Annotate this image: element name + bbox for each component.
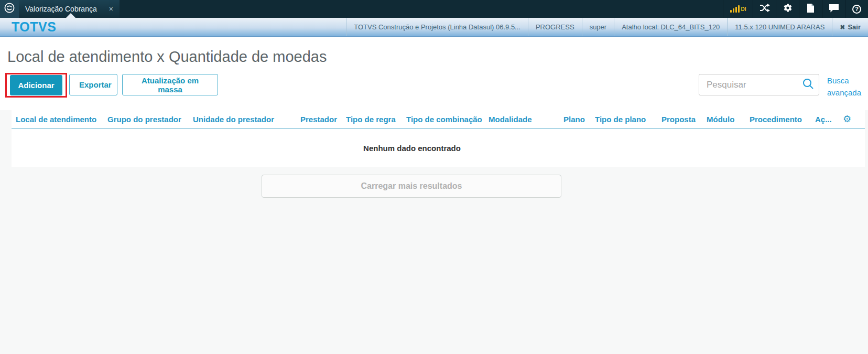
logout-x-icon: ✖ xyxy=(840,24,845,31)
search-input[interactable] xyxy=(699,80,798,90)
database-label: PROGRESS xyxy=(528,18,582,36)
settings-button[interactable] xyxy=(776,0,799,18)
column-settings-gear-icon[interactable]: ⚙ xyxy=(843,114,851,124)
column-header-proposta[interactable]: Proposta xyxy=(661,115,707,124)
column-header-tipo-combinacao[interactable]: Tipo de combinação xyxy=(406,115,489,124)
column-header-modulo[interactable]: Módulo xyxy=(707,115,750,124)
user-label: super xyxy=(582,18,614,36)
search-icon xyxy=(802,78,815,92)
search-box xyxy=(699,74,819,95)
column-header-grupo-prestador[interactable]: Grupo do prestador xyxy=(107,115,193,124)
list-section: Local de atendimento Grupo do prestador … xyxy=(0,110,868,354)
annotation-highlight-box: Adicionar xyxy=(5,73,67,98)
help-button[interactable]: ? xyxy=(845,0,868,18)
chat-button[interactable] xyxy=(822,0,845,18)
shuffle-icon xyxy=(760,4,770,14)
signal-bars-icon xyxy=(730,5,740,13)
column-header-plano[interactable]: Plano xyxy=(563,115,595,124)
chat-icon xyxy=(829,4,839,15)
load-more-button[interactable]: Carregar mais resultados xyxy=(262,175,561,198)
topbar-spacer xyxy=(120,0,723,18)
table-header-row: Local de atendimento Grupo do prestador … xyxy=(12,110,865,129)
environment-label: TOTVS Construção e Projetos (Linha Datas… xyxy=(346,18,528,36)
logout-label: Sair xyxy=(848,23,861,31)
column-header-local-atendimento[interactable]: Local de atendimento xyxy=(16,115,107,124)
document-icon xyxy=(807,3,815,15)
column-header-tipo-regra[interactable]: Tipo de regra xyxy=(346,115,406,124)
tab-close-icon[interactable]: × xyxy=(109,5,113,13)
column-header-procedimento[interactable]: Procedimento xyxy=(750,115,815,124)
search-button[interactable] xyxy=(798,78,819,92)
column-header-prestador[interactable]: Prestador xyxy=(300,115,346,124)
top-tab-bar: Valorização Cobrança × DI xyxy=(0,0,868,18)
page-title: Local de atendimento x Quantidade de moe… xyxy=(7,48,327,66)
tab-label: Valorização Cobrança xyxy=(25,5,105,13)
brand-title: TOTVS xyxy=(0,18,56,36)
shortcut-label: Atalho local: DLC_64_BITS_120 xyxy=(614,18,727,36)
document-button[interactable] xyxy=(799,0,822,18)
totvs-logo-button[interactable] xyxy=(0,0,19,18)
bulk-update-button[interactable]: Atualização em massa xyxy=(122,74,218,95)
advanced-search-link[interactable]: Busca avançada xyxy=(827,74,864,99)
empty-state-message: Nenhum dado encontrado xyxy=(363,144,461,153)
column-header-unidade-prestador[interactable]: Unidade do prestador xyxy=(193,115,300,124)
help-icon: ? xyxy=(852,5,861,14)
page-content: Local de atendimento x Quantidade de moe… xyxy=(0,37,868,110)
column-header-acoes[interactable]: Aç... xyxy=(815,115,843,124)
column-header-tipo-plano[interactable]: Tipo de plano xyxy=(595,115,661,124)
version-company-label: 11.5.x 120 UNIMED ARARAS xyxy=(727,18,832,36)
export-button[interactable]: Exportar xyxy=(69,74,117,95)
totvs-logo-icon xyxy=(4,2,15,16)
gear-icon xyxy=(783,3,793,15)
add-button[interactable]: Adicionar xyxy=(10,75,62,95)
active-tab-notch xyxy=(66,13,75,18)
app-header: TOTVS TOTVS Construção e Projetos (Linha… xyxy=(0,18,868,37)
column-header-modalidade[interactable]: Modalidade xyxy=(489,115,563,124)
di-badge: DI xyxy=(741,6,746,12)
app-header-spacer xyxy=(56,18,346,36)
topbar-icon-group: DI xyxy=(723,0,868,18)
results-table: Local de atendimento Grupo do prestador … xyxy=(12,110,865,167)
logout-button[interactable]: ✖ Sair xyxy=(832,18,868,36)
shuffle-button[interactable] xyxy=(753,0,776,18)
empty-state-row: Nenhum dado encontrado xyxy=(12,129,865,167)
connection-status-button[interactable]: DI xyxy=(723,0,753,18)
